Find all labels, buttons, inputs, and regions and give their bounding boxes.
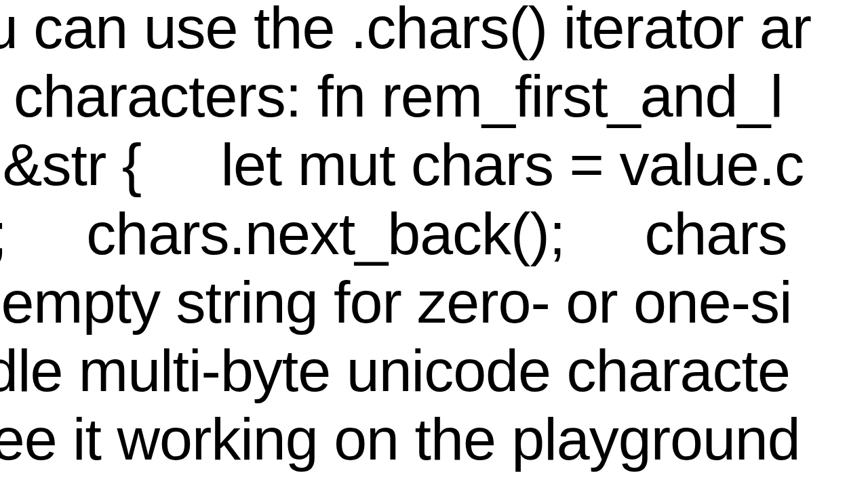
document-text: ou can use the .chars() iterator ar st c…	[0, 0, 868, 473]
